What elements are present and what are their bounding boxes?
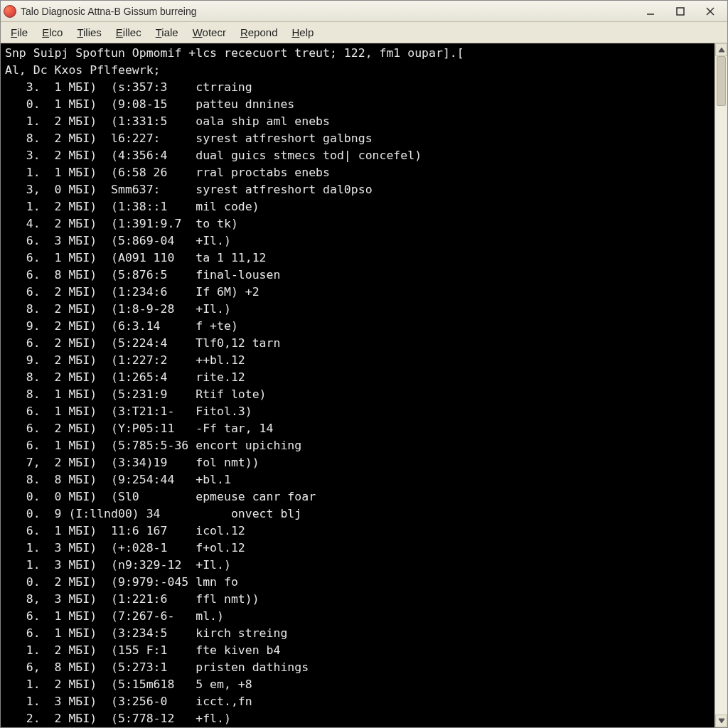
minimize-button[interactable] [636, 3, 665, 20]
window-title: Talo Diagnosic Attna-B Gissum burreing [21, 6, 196, 17]
menu-tiale[interactable]: Tiale [150, 24, 184, 41]
menu-elco[interactable]: Elco [36, 24, 68, 41]
svg-marker-5 [719, 719, 724, 723]
minimize-icon [646, 6, 655, 16]
svg-rect-1 [677, 8, 684, 15]
app-icon [4, 5, 16, 18]
svg-marker-4 [719, 48, 724, 52]
maximize-button[interactable] [666, 3, 695, 20]
vertical-scrollbar[interactable] [714, 43, 727, 727]
chevron-up-icon [718, 46, 725, 53]
menu-wotecr[interactable]: Wotecr [187, 24, 232, 41]
chevron-down-icon [718, 717, 725, 724]
scrollbar-thumb[interactable] [717, 56, 726, 106]
menu-help[interactable]: Help [286, 24, 319, 41]
scroll-up-button[interactable] [715, 43, 727, 56]
scroll-down-button[interactable] [715, 714, 727, 727]
menubar: FileElcoTiliesEillecTialeWotecrRepondHel… [1, 22, 727, 43]
menu-tilies[interactable]: Tilies [71, 24, 107, 41]
scrollbar-track[interactable] [715, 56, 727, 714]
menu-eillec[interactable]: Eillec [110, 24, 147, 41]
titlebar[interactable]: Talo Diagnosic Attna-B Gissum burreing [1, 1, 727, 22]
maximize-icon [675, 6, 685, 16]
app-window: Talo Diagnosic Attna-B Gissum burreing F… [0, 0, 728, 728]
menu-repond[interactable]: Repond [235, 24, 284, 41]
console-output[interactable]: Snp Suipj Spoftun Opmomif +lcs rececuort… [1, 43, 714, 727]
close-button[interactable] [696, 3, 724, 20]
menu-file[interactable]: File [5, 24, 33, 41]
close-icon [705, 6, 715, 16]
console-area: Snp Suipj Spoftun Opmomif +lcs rececuort… [1, 43, 727, 727]
